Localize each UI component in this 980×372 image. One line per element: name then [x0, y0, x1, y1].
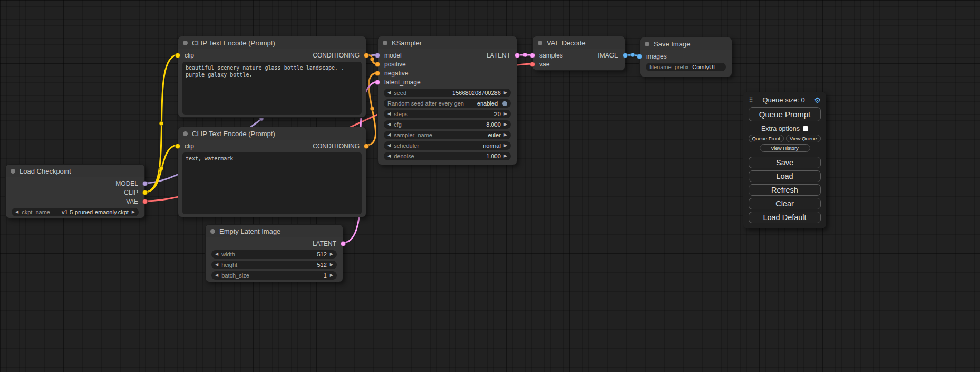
save-button[interactable]: Save — [749, 157, 821, 168]
collapse-dot-icon[interactable] — [11, 169, 15, 174]
load-button[interactable]: Load — [749, 170, 821, 182]
refresh-button[interactable]: Refresh — [749, 184, 821, 196]
clip-input-port[interactable] — [175, 144, 180, 149]
widget-name: cfg — [394, 121, 402, 128]
widget-filename-prefix[interactable]: filename_prefix ComfyUI — [646, 63, 726, 71]
increment-arrow-icon[interactable]: ▶ — [504, 91, 507, 95]
decrement-arrow-icon[interactable]: ◀ — [215, 252, 218, 256]
vae-output-port[interactable] — [142, 199, 148, 204]
output-label-latent: LATENT — [487, 52, 510, 59]
node-title-bar[interactable]: Load Checkpoint — [6, 165, 144, 177]
node-load-checkpoint[interactable]: Load Checkpoint MODEL CLIP VAE ◀ ckpt_na… — [5, 164, 145, 218]
queue-size-label: Queue size: 0 — [753, 96, 814, 104]
widget-ckpt-name[interactable]: ◀ ckpt_name v1-5-pruned-emaonly.ckpt ▶ — [12, 208, 139, 216]
queue-front-button[interactable]: Queue Front — [749, 135, 784, 142]
samples-input-port[interactable] — [530, 53, 535, 58]
input-label-clip: clip — [185, 142, 194, 150]
widget-name: filename_prefix — [649, 64, 689, 70]
node-title-bar[interactable]: CLIP Text Encode (Prompt) — [178, 36, 366, 49]
widget-batch-size[interactable]: ◀ batch_size 1 ▶ — [211, 271, 337, 280]
increment-arrow-icon[interactable]: ▶ — [504, 112, 507, 116]
input-label-vae: vae — [539, 61, 549, 68]
widget-name: width — [221, 251, 235, 257]
node-title-bar[interactable]: VAE Decode — [533, 36, 625, 49]
increment-arrow-icon[interactable]: ▶ — [504, 133, 507, 137]
node-save-image[interactable]: Save Image images filename_prefix ComfyU… — [639, 37, 732, 77]
collapse-dot-icon[interactable] — [383, 41, 387, 45]
conditioning-output-port[interactable] — [364, 53, 369, 58]
collapse-dot-icon[interactable] — [210, 229, 215, 234]
queue-prompt-button[interactable]: Queue Prompt — [749, 107, 821, 121]
increment-arrow-icon[interactable]: ▶ — [504, 122, 507, 127]
load-default-button[interactable]: Load Default — [749, 212, 821, 223]
decrement-arrow-icon[interactable]: ◀ — [387, 91, 391, 95]
increment-arrow-icon[interactable]: ▶ — [504, 154, 507, 158]
widget-sampler-name[interactable]: ◀ sampler_name euler ▶ — [384, 131, 511, 139]
widget-scheduler[interactable]: ◀ scheduler normal ▶ — [384, 141, 511, 150]
vae-input-port[interactable] — [530, 62, 535, 67]
widget-value: v1-5-pruned-emaonly.ckpt — [62, 209, 129, 215]
widget-name: height — [221, 262, 237, 268]
decrement-arrow-icon[interactable]: ◀ — [387, 122, 391, 127]
input-label-negative: negative — [384, 70, 408, 77]
increment-arrow-icon[interactable]: ▶ — [132, 210, 135, 214]
extra-options-checkbox[interactable] — [803, 126, 808, 131]
node-canvas[interactable]: Load Checkpoint MODEL CLIP VAE ◀ ckpt_na… — [0, 0, 980, 372]
decrement-arrow-icon[interactable]: ◀ — [215, 273, 218, 278]
decrement-arrow-icon[interactable]: ◀ — [215, 263, 218, 267]
positive-input-port[interactable] — [375, 62, 380, 67]
node-clip-text-encode-positive[interactable]: CLIP Text Encode (Prompt) clip CONDITION… — [178, 36, 366, 118]
output-label-image: IMAGE — [598, 52, 618, 59]
widget-denoise[interactable]: ◀ denoise 1.000 ▶ — [384, 152, 511, 160]
collapse-dot-icon[interactable] — [183, 131, 188, 136]
view-queue-button[interactable]: View Queue — [786, 135, 821, 142]
clear-button[interactable]: Clear — [749, 198, 821, 209]
conditioning-output-port[interactable] — [364, 144, 369, 149]
widget-cfg[interactable]: ◀ cfg 8.000 ▶ — [384, 120, 511, 129]
widget-width[interactable]: ◀ width 512 ▶ — [211, 250, 337, 259]
latent-output-port[interactable] — [515, 53, 520, 58]
widget-value: 8.000 — [486, 121, 501, 128]
image-output-port[interactable] — [623, 53, 628, 58]
model-output-port[interactable] — [142, 181, 148, 186]
prompt-textarea[interactable]: beautiful scenery nature glass bottle la… — [182, 62, 362, 115]
increment-arrow-icon[interactable]: ▶ — [504, 144, 507, 148]
latent-output-port[interactable] — [341, 241, 346, 246]
latent-image-input-port[interactable] — [375, 80, 380, 85]
node-clip-text-encode-negative[interactable]: CLIP Text Encode (Prompt) clip CONDITION… — [178, 127, 366, 217]
decrement-arrow-icon[interactable]: ◀ — [387, 154, 391, 158]
view-history-button[interactable]: View History — [760, 144, 810, 152]
decrement-arrow-icon[interactable]: ◀ — [387, 133, 391, 137]
widget-seed[interactable]: ◀ seed 156680208700286 ▶ — [384, 89, 511, 97]
node-vae-decode[interactable]: VAE Decode samples IMAGE vae — [532, 36, 625, 71]
decrement-arrow-icon[interactable]: ◀ — [387, 112, 391, 116]
output-label-conditioning: CONDITIONING — [313, 52, 360, 59]
node-title-bar[interactable]: CLIP Text Encode (Prompt) — [178, 127, 366, 140]
decrement-arrow-icon[interactable]: ◀ — [15, 210, 18, 214]
gear-icon[interactable]: ⚙ — [814, 97, 821, 104]
collapse-dot-icon[interactable] — [645, 42, 649, 46]
increment-arrow-icon[interactable]: ▶ — [330, 252, 333, 256]
clip-input-port[interactable] — [175, 53, 180, 58]
collapse-dot-icon[interactable] — [538, 41, 542, 45]
node-title-bar[interactable]: KSampler — [378, 36, 517, 49]
widget-random-seed-toggle[interactable]: Random seed after every gen enabled — [384, 99, 511, 108]
widget-value: 512 — [317, 262, 326, 268]
toggle-dot-icon[interactable] — [502, 101, 507, 106]
widget-height[interactable]: ◀ height 512 ▶ — [211, 261, 337, 269]
decrement-arrow-icon[interactable]: ◀ — [387, 144, 391, 148]
images-input-port[interactable] — [637, 54, 642, 59]
negative-input-port[interactable] — [375, 71, 380, 76]
prompt-textarea[interactable]: text, watermark — [182, 152, 362, 214]
increment-arrow-icon[interactable]: ▶ — [330, 273, 333, 278]
node-title-bar[interactable]: Empty Latent Image — [206, 225, 343, 237]
node-title-bar[interactable]: Save Image — [640, 37, 732, 50]
drag-handle-icon[interactable]: ⠿ — [749, 97, 753, 104]
node-empty-latent-image[interactable]: Empty Latent Image LATENT ◀ width 512 ▶ … — [205, 224, 343, 282]
node-ksampler[interactable]: KSampler model LATENT positive negative … — [377, 36, 517, 165]
model-input-port[interactable] — [375, 53, 380, 58]
clip-output-port[interactable] — [142, 190, 148, 195]
increment-arrow-icon[interactable]: ▶ — [330, 263, 333, 267]
collapse-dot-icon[interactable] — [183, 41, 188, 45]
widget-steps[interactable]: ◀ steps 20 ▶ — [384, 110, 511, 118]
